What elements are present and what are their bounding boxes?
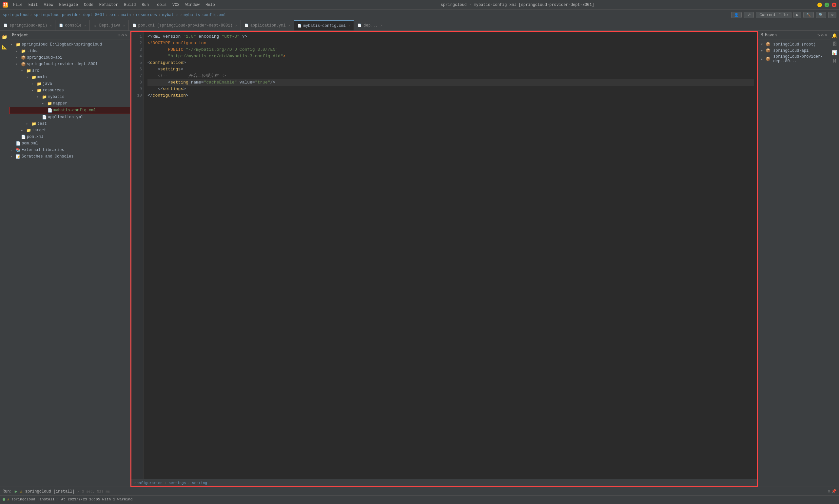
search-button[interactable]: 🔍 [816,12,826,18]
maven-tab[interactable]: M [831,58,838,65]
tree-item[interactable]: 📄application.yml [9,114,130,121]
run-play-button[interactable]: ▶ [15,489,17,494]
close-button[interactable]: ✕ [832,3,836,7]
code-line[interactable]: </configuration> [147,92,754,99]
tab-close-springcloud-api[interactable]: ✕ [50,23,52,28]
sidebar-close-icon[interactable]: ✕ [125,33,127,38]
run-pin-icon[interactable]: 📌 [832,489,836,494]
menu-item-vcs[interactable]: VCS [170,2,182,8]
code-area[interactable]: <?xml version="1.0" encoding="utf-8" ?><… [143,31,758,479]
editor-tab-console[interactable]: 📄console ✕ [55,20,89,31]
menu-item-help[interactable]: Help [203,2,217,8]
tree-item[interactable]: ▸📁.idea [9,48,130,54]
sidebar-settings-icon[interactable]: ⚙ [122,33,124,38]
tree-item[interactable]: ▾📁springcloud E:\logback\springcloud [9,41,130,48]
menu-item-code[interactable]: Code [81,2,96,8]
avatar-button[interactable]: 👤 [731,12,742,18]
tree-item[interactable]: ▸📦springcloud-api [9,54,130,61]
editor-tab-pom-xml[interactable]: 📄pom.xml (springcloud-provider-dept-8001… [129,20,241,31]
structure-icon[interactable]: 📐 [1,43,8,50]
tree-item[interactable]: ▸📁target [9,127,130,133]
menu-item-view[interactable]: View [41,2,56,8]
settings-button[interactable]: ⚙ [828,12,836,18]
menu-item-run[interactable]: Run [139,2,152,8]
maven-tree-item[interactable]: ▸📦springcloud-provider-dept-80... [759,54,828,64]
breadcrumb-item[interactable]: springcloud-provider-dept-8001 [33,13,104,17]
project-icon[interactable]: 📁 [1,33,8,41]
code-line[interactable]: <?xml version="1.0" encoding="utf-8" ?> [147,33,754,40]
menu-item-edit[interactable]: Edit [26,2,41,8]
breadcrumb-item[interactable]: main [121,13,131,17]
code-line[interactable]: <!-- 开启二级缓存在--> [147,73,754,79]
tab-label-springcloud-api: springcloud-api) [10,23,47,28]
tree-item[interactable]: ▾📁mybatis [9,94,130,100]
menu-item-navigate[interactable]: Navigate [56,2,81,8]
tree-item[interactable]: 📄mybatis-config.xml [9,107,130,114]
maven-tree-item[interactable]: ▾📦springcloud (root) [759,41,828,48]
tree-item-label: mybatis-config.xml [53,108,128,113]
code-line[interactable]: "http://mybatis.org/dtd/mybatis-3-config… [147,53,754,59]
maven-close-icon[interactable]: ✕ [825,33,827,38]
tab-close-application-yml[interactable]: ✕ [289,23,291,28]
tab-close-dept-java[interactable]: ✕ [123,23,125,28]
minimize-button[interactable]: — [817,3,822,7]
code-token: "1.0" [183,33,196,40]
tree-item[interactable]: ▸📁java [9,80,130,87]
git-button[interactable]: ⎇ [744,12,754,18]
tree-item[interactable]: ▸📁test [9,121,130,127]
run-settings-icon[interactable]: ⚙ [828,489,830,494]
tab-close-pom-xml[interactable]: ✕ [235,23,237,28]
breadcrumb-item[interactable]: mybatis [162,13,179,17]
notifications-tab[interactable]: 🔔 [831,32,838,39]
tree-item[interactable]: ▾📁src [9,68,130,74]
editor-tab-application-yml[interactable]: 📄application.yml ✕ [241,20,294,31]
tab-close-console[interactable]: ✕ [84,23,86,28]
run-close-icon[interactable]: ✕ [77,490,79,493]
code-line[interactable]: </settings> [147,86,754,92]
editor-tab-springcloud-api[interactable]: 📄springcloud-api) ✕ [0,20,55,31]
tree-item[interactable]: ▸📚External Libraries [9,147,130,153]
menu-item-file[interactable]: File [11,2,25,8]
tree-item[interactable]: ▾📁main [9,74,130,80]
maven-tree-item[interactable]: ▸📦springcloud-api [759,48,828,54]
maven-refresh-icon[interactable]: ↻ [817,33,820,38]
build-button[interactable]: 🔨 [803,12,814,18]
breadcrumb-item[interactable]: springcloud [3,13,29,17]
editor-tab-dept-java[interactable]: ☕Dept.java ✕ [90,20,129,31]
maximize-button[interactable]: □ [825,3,829,7]
code-line[interactable]: <configuration> [147,59,754,66]
menu-item-build[interactable]: Build [121,2,138,8]
editor-content[interactable]: 12345678910 <?xml version="1.0" encoding… [130,31,758,479]
code-line[interactable]: <settings> [147,66,754,73]
editor-tab-mybatis-config[interactable]: 📄mybatis-config.xml ✕ [294,20,354,31]
breadcrumb-item[interactable]: src [109,13,117,17]
menu-item-window[interactable]: Window [183,2,202,8]
breadcrumb-configuration[interactable]: configuration [134,481,162,485]
line-numbers: 12345678910 [130,31,143,479]
tab-close-mybatis-config[interactable]: ✕ [348,24,350,28]
tree-item[interactable]: 📄pom.xml [9,140,130,147]
menu-item-refactor[interactable]: Refactor [97,2,121,8]
tree-item[interactable]: ▸📁mapper [9,100,130,107]
menu-item-tools[interactable]: Tools [152,2,169,8]
current-file-button[interactable]: Current File [756,12,791,18]
breadcrumb-settings[interactable]: settings [169,481,186,485]
run-config-button[interactable]: ▶ [793,12,802,18]
maven-settings-icon[interactable]: ⚙ [821,33,824,38]
breadcrumb-item[interactable]: resources [136,13,157,17]
sidebar-collapse-all-icon[interactable]: ⊟ [118,33,120,38]
editor-tab-dept2[interactable]: 📄dep... ✕ [354,20,386,31]
code-token: </ [147,86,163,92]
breadcrumb-item[interactable]: mybatis-config.xml [183,13,226,17]
code-line[interactable]: <!DOCTYPE configuration [147,40,754,47]
tree-item[interactable]: ▸📝Scratches and Consoles [9,153,130,160]
tree-item[interactable]: ▾📦springcloud-provider-dept-8001 [9,61,130,68]
code-line[interactable]: <setting name="cacheEnable" value="true"… [147,79,754,86]
tree-item[interactable]: ▾📁resources [9,87,130,94]
tree-item[interactable]: 📄pom.xml [9,133,130,140]
breadcrumb-setting[interactable]: setting [192,481,207,485]
bigdata-tab[interactable]: 📊 [831,49,838,56]
tab-close-dept2[interactable]: ✕ [381,23,383,28]
database-tab[interactable]: 🗄 [831,41,838,48]
code-line[interactable]: PUBLIC "-//mybatis.org//DTD Config 3.0//… [147,47,754,53]
